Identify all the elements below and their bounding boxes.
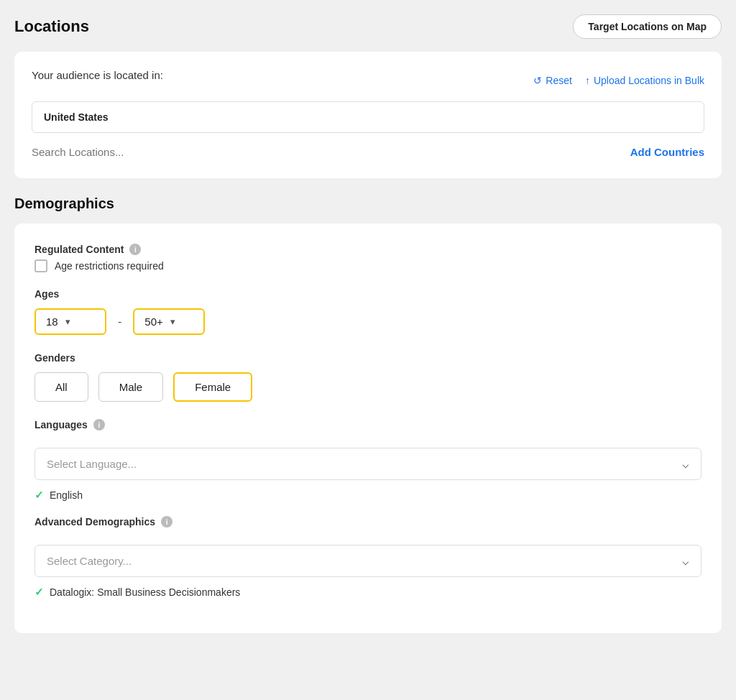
page-header: Locations Target Locations on Map xyxy=(14,14,722,39)
ages-label: Ages xyxy=(34,288,702,300)
demographics-card: Regulated Content i Age restrictions req… xyxy=(14,224,722,633)
audience-header: Your audience is located in: ↺ Reset ↑ U… xyxy=(32,69,704,91)
age-min-chevron: ▾ xyxy=(65,316,70,327)
upload-link[interactable]: ↑ Upload Locations in Bulk xyxy=(585,75,704,86)
reset-link[interactable]: ↺ Reset xyxy=(533,75,572,86)
search-row: Add Countries xyxy=(32,143,704,161)
age-max-select[interactable]: 50+ ▾ xyxy=(133,308,205,335)
category-chevron-icon: ⌵ xyxy=(682,554,689,568)
genders-label: Genders xyxy=(34,352,702,364)
page-title: Locations xyxy=(14,17,89,36)
upload-label: Upload Locations in Bulk xyxy=(594,75,704,86)
reset-label: Reset xyxy=(546,75,572,86)
language-placeholder: Select Language... xyxy=(47,458,137,470)
languages-label: Languages xyxy=(34,419,88,430)
advanced-label: Advanced Demographics xyxy=(34,516,155,528)
locations-card: Your audience is located in: ↺ Reset ↑ U… xyxy=(14,52,722,178)
regulated-label: Regulated Content xyxy=(34,244,124,255)
age-restriction-row: Age restrictions required xyxy=(34,259,702,272)
gender-all-button[interactable]: All xyxy=(34,372,88,402)
card-actions: ↺ Reset ↑ Upload Locations in Bulk xyxy=(533,75,704,86)
languages-info-icon[interactable]: i xyxy=(93,419,105,430)
age-max-value: 50+ xyxy=(144,316,162,328)
reset-icon: ↺ xyxy=(533,75,542,86)
age-dash: - xyxy=(118,316,121,328)
age-max-chevron: ▾ xyxy=(170,316,175,327)
age-restriction-checkbox[interactable] xyxy=(34,259,47,272)
location-chip: United States xyxy=(44,111,108,123)
category-placeholder: Select Category... xyxy=(47,555,132,567)
age-row: 18 ▾ - 50+ ▾ xyxy=(34,308,702,335)
regulated-row: Regulated Content i xyxy=(34,244,702,255)
gender-female-button[interactable]: Female xyxy=(173,372,252,402)
category-select[interactable]: Select Category... ⌵ xyxy=(34,545,702,577)
selected-category-tag: ✓ Datalogix: Small Business Decisionmake… xyxy=(34,586,702,599)
demographics-title: Demographics xyxy=(14,195,722,212)
language-chevron-icon: ⌵ xyxy=(682,457,689,471)
audience-label: Your audience is located in: xyxy=(32,69,163,81)
age-restriction-label: Age restrictions required xyxy=(55,260,164,272)
advanced-info-icon[interactable]: i xyxy=(161,516,172,528)
gender-buttons: All Male Female xyxy=(34,372,702,402)
selected-language-label: English xyxy=(50,489,83,501)
search-input[interactable] xyxy=(32,146,630,158)
age-min-value: 18 xyxy=(46,316,58,328)
category-check-icon: ✓ xyxy=(34,586,44,599)
advanced-demographics-row: Advanced Demographics i xyxy=(34,516,702,528)
map-button[interactable]: Target Locations on Map xyxy=(573,14,722,39)
languages-row: Languages i xyxy=(34,419,702,430)
regulated-info-icon[interactable]: i xyxy=(129,244,141,255)
language-select[interactable]: Select Language... ⌵ xyxy=(34,448,702,480)
language-check-icon: ✓ xyxy=(34,489,44,502)
upload-icon: ↑ xyxy=(585,75,590,86)
gender-male-button[interactable]: Male xyxy=(98,372,164,402)
selected-language-tag: ✓ English xyxy=(34,489,702,502)
selected-category-label: Datalogix: Small Business Decisionmakers xyxy=(50,586,240,598)
age-min-select[interactable]: 18 ▾ xyxy=(34,308,106,335)
add-countries-link[interactable]: Add Countries xyxy=(630,146,704,158)
location-chip-container: United States xyxy=(32,101,704,133)
